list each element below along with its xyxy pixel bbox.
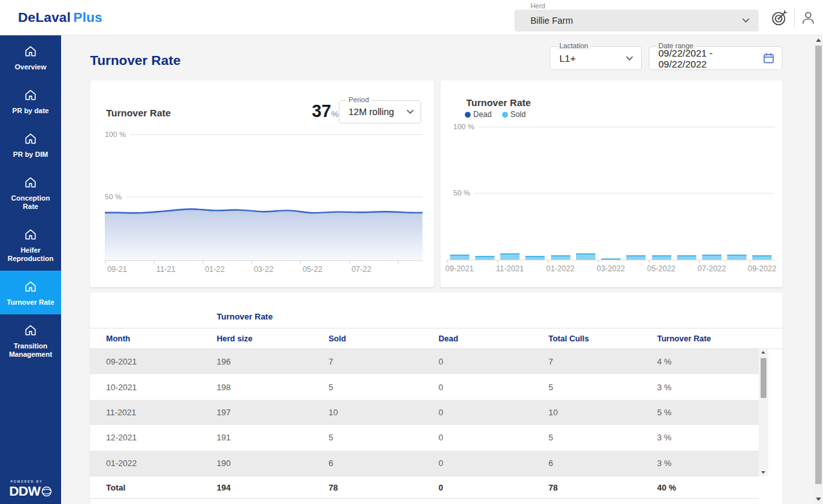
- sidebar-item-turnover-rate[interactable]: Turnover Rate: [0, 271, 61, 314]
- sidebar-item-transition-management[interactable]: Transition Management: [0, 314, 61, 366]
- table-total-row: Total 194 78 0 78 40 %: [90, 476, 759, 499]
- sidebar-item-label: PR by date: [12, 107, 49, 115]
- sidebar-item-pr-by-date[interactable]: PR by date: [0, 79, 61, 123]
- sidebar-item-overview[interactable]: Overview: [0, 35, 61, 79]
- home-icon: [23, 279, 38, 294]
- axis-tick: [598, 260, 599, 263]
- top-bar: DeLavalPlus Herd Billie Farm: [0, 0, 823, 35]
- cell-dead: 0: [439, 357, 548, 366]
- home-icon: [23, 87, 38, 102]
- axis-tick: [300, 261, 301, 264]
- column-header: Total Culls: [548, 334, 657, 343]
- sidebar-item-label: Turnover Rate: [7, 298, 55, 307]
- axis-tick: [154, 261, 154, 264]
- y-tick-100: 100 %: [453, 123, 475, 130]
- bar-sold: [551, 255, 570, 260]
- bar-sold: [727, 255, 746, 260]
- herd-field-label: Herd: [530, 2, 545, 10]
- sidebar-item-label: Heifer Reproduction: [3, 246, 59, 263]
- axis-tick: [398, 261, 399, 264]
- cell-total-culls: 78: [548, 483, 657, 492]
- x-tick-label: 03-2022: [592, 264, 630, 273]
- table-scrollbar[interactable]: [759, 349, 768, 476]
- date-range-input[interactable]: Date range 09/22/2021 - 09/22/2022: [649, 46, 782, 70]
- bar-sold: [500, 253, 520, 260]
- table-row: 11-2021 197 10 0 10 5 %: [90, 400, 759, 425]
- sidebar-footer: POWERED BY DDW: [0, 480, 61, 499]
- sidebar-nav: Overview PR by date PR by DIM Conception…: [0, 35, 61, 504]
- table-row: 01-2022 190 6 0 6 3 %: [90, 451, 759, 476]
- bar-sold: [576, 253, 595, 260]
- column-header: Dead: [439, 334, 548, 343]
- home-icon: [23, 44, 38, 59]
- axis-tick: [251, 261, 252, 264]
- axis-tick: [548, 260, 548, 263]
- cell-herd-size: 190: [217, 458, 329, 468]
- scroll-down-icon[interactable]: [816, 498, 821, 501]
- cell-month: 10-2021: [106, 382, 217, 392]
- table-row: 10-2021 198 5 0 5 3 %: [90, 374, 759, 399]
- main-content: Turnover Rate Lactation L1+ Date range 0…: [61, 35, 823, 504]
- scroll-up-icon[interactable]: [761, 351, 765, 354]
- cell-dead: 0: [439, 382, 548, 392]
- home-icon: [23, 227, 38, 242]
- x-tick-label: 01-22: [195, 265, 234, 274]
- date-range-label: Date range: [656, 42, 696, 50]
- scroll-up-icon[interactable]: [816, 39, 821, 42]
- kpi-unit: %: [331, 109, 339, 119]
- column-header: Month: [106, 334, 217, 343]
- sidebar-item-heifer-reproduction[interactable]: Heifer Reproduction: [0, 219, 61, 271]
- cell-dead: 0: [439, 433, 548, 442]
- cell-herd-size: 197: [217, 408, 329, 417]
- cell-dead: 0: [439, 408, 548, 417]
- cell-total-culls: 7: [548, 357, 657, 366]
- lactation-label: Lactation: [557, 42, 591, 50]
- axis-tick: [203, 261, 203, 264]
- cell-turnover-rate: 3 %: [657, 382, 759, 392]
- scroll-down-icon[interactable]: [761, 471, 765, 474]
- cell-turnover-rate: 40 %: [657, 483, 759, 492]
- period-value: 12M rolling: [348, 107, 394, 117]
- axis-tick: [750, 260, 750, 263]
- cell-total-culls: 10: [548, 408, 657, 417]
- turnover-trend-card: Turnover Rate 37% Period 12M rolling 100…: [90, 80, 434, 287]
- cell-sold: 5: [329, 382, 439, 392]
- period-select[interactable]: Period 12M rolling: [339, 100, 421, 123]
- cell-herd-size: 194: [217, 483, 329, 492]
- calendar-icon[interactable]: [763, 53, 774, 64]
- card-title: Turnover Rate: [466, 97, 531, 108]
- cell-total-culls: 5: [548, 433, 657, 442]
- bar-sold: [626, 255, 646, 260]
- bar-sold: [652, 255, 671, 260]
- x-tick-label: 05-22: [293, 265, 332, 274]
- table-scrollbar-thumb[interactable]: [761, 358, 766, 398]
- date-range-value: 09/22/2021 - 09/22/2022: [658, 48, 763, 69]
- sidebar-item-pr-by-dim[interactable]: PR by DIM: [0, 123, 61, 166]
- column-header: Sold: [329, 334, 439, 343]
- sidebar-item-label: Overview: [15, 63, 46, 71]
- page-scrollbar-thumb[interactable]: [815, 46, 822, 484]
- account-icon[interactable]: [800, 10, 817, 26]
- brand-logo: DeLavalPlus: [18, 10, 102, 25]
- axis-tick: [649, 260, 649, 263]
- bar-sold: [450, 255, 469, 260]
- x-tick-label: 07-2022: [692, 264, 731, 273]
- x-axis: [447, 260, 775, 263]
- app-window: DeLavalPlus Herd Billie Farm: [0, 0, 823, 504]
- sidebar-item-conception-rate[interactable]: Conception Rate: [0, 166, 61, 219]
- home-icon: [23, 131, 38, 146]
- cell-herd-size: 191: [217, 433, 329, 442]
- axis-tick: [349, 261, 350, 264]
- lactation-select[interactable]: Lactation L1+: [550, 46, 642, 70]
- table-row: 12-2021 191 5 0 5 3 %: [90, 425, 759, 450]
- herd-select-value: Billie Farm: [530, 15, 573, 26]
- page-scrollbar[interactable]: [814, 35, 823, 504]
- herd-select[interactable]: Billie Farm: [514, 10, 759, 32]
- x-tick-label: 09-2022: [743, 264, 781, 273]
- turnover-bar-chart: [447, 131, 775, 260]
- goals-target-icon[interactable]: [770, 8, 789, 28]
- cell-sold: 78: [329, 483, 439, 492]
- cell-month: 11-2021: [106, 408, 217, 417]
- bar-sold: [702, 255, 721, 260]
- axis-tick: [105, 261, 105, 264]
